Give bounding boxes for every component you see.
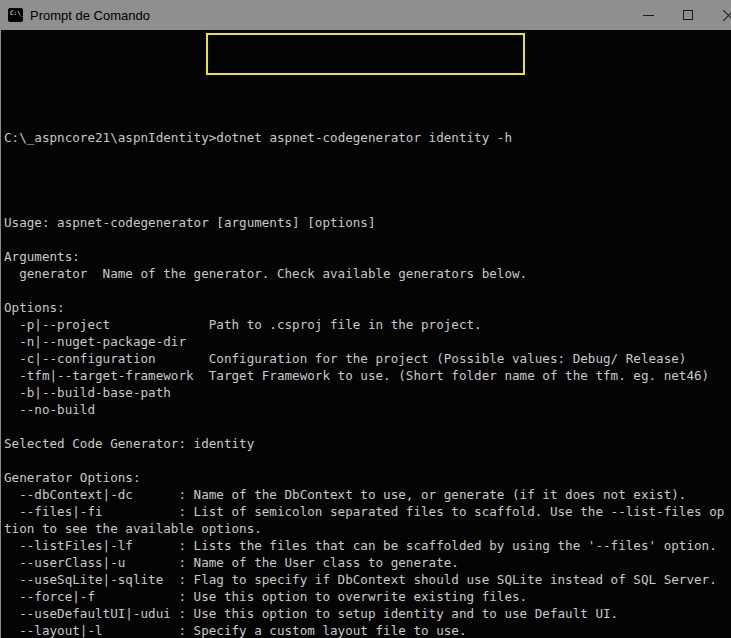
terminal-line: --force|-f : Use this option to overwrit…	[4, 588, 731, 605]
terminal-line: --no-build	[4, 401, 731, 418]
terminal-line: --layout|-l : Specify a custom layout fi…	[4, 622, 731, 638]
terminal-line: --listFiles|-lf : Lists the files that c…	[4, 537, 731, 554]
cmd-app-icon[interactable]: C:\_	[8, 8, 23, 22]
terminal-line	[4, 452, 731, 469]
terminal-line	[4, 231, 731, 248]
terminal-line: Usage: aspnet-codegenerator [arguments] …	[4, 214, 731, 231]
terminal-line: Generator Options:	[4, 469, 731, 486]
terminal-line: -b|--build-base-path	[4, 384, 731, 401]
terminal-line: -p|--project Path to .csproj file in the…	[4, 316, 731, 333]
minimize-icon	[643, 15, 654, 16]
command-line: C:\_aspncore21\aspnIdentity>dotnet aspne…	[4, 129, 731, 146]
terminal-line: --useSqLite|-sqlite : Flag to specify if…	[4, 571, 731, 588]
maximize-button[interactable]	[668, 0, 708, 30]
terminal-line: --userClass|-u : Name of the User class …	[4, 554, 731, 571]
terminal-line: generator Name of the generator. Check a…	[4, 265, 731, 282]
terminal-line	[4, 282, 731, 299]
terminal-line: tion to see the available options.	[4, 520, 731, 537]
terminal-line: Options:	[4, 299, 731, 316]
terminal-line: Selected Code Generator: identity	[4, 435, 731, 452]
command-highlight-box	[206, 33, 525, 75]
terminal-line	[4, 180, 731, 197]
terminal-line	[4, 418, 731, 435]
command-text: dotnet aspnet-codegenerator identity -h	[216, 130, 512, 145]
close-button[interactable]	[708, 0, 731, 30]
terminal-line: --dbContext|-dc : Name of the DbContext …	[4, 486, 731, 503]
prompt-text: C:\_aspncore21\aspnIdentity>	[4, 130, 216, 145]
terminal-screen[interactable]: C:\_aspncore21\aspnIdentity>dotnet aspne…	[0, 30, 731, 638]
window-titlebar[interactable]: C:\_ Prompt de Comando	[0, 0, 731, 30]
terminal-line: -tfm|--target-framework Target Framework…	[4, 367, 731, 384]
terminal-line: Arguments:	[4, 248, 731, 265]
terminal-line: --useDefaultUI|-udui : Use this option t…	[4, 605, 731, 622]
window-controls	[628, 0, 731, 30]
minimize-button[interactable]	[628, 0, 668, 30]
window-title: Prompt de Comando	[30, 8, 150, 23]
command-prompt-window: C:\_ Prompt de Comando C:\_aspncore21\as…	[0, 0, 731, 638]
maximize-icon	[683, 10, 693, 20]
terminal-line: --files|-fi : List of semicolon separate…	[4, 503, 731, 520]
terminal-line: -n|--nuget-package-dir	[4, 333, 731, 350]
terminal-line	[4, 197, 731, 214]
terminal-output: C:\_aspncore21\aspnIdentity>dotnet aspne…	[4, 95, 731, 638]
close-icon	[722, 9, 731, 22]
terminal-line: -c|--configuration Configuration for the…	[4, 350, 731, 367]
